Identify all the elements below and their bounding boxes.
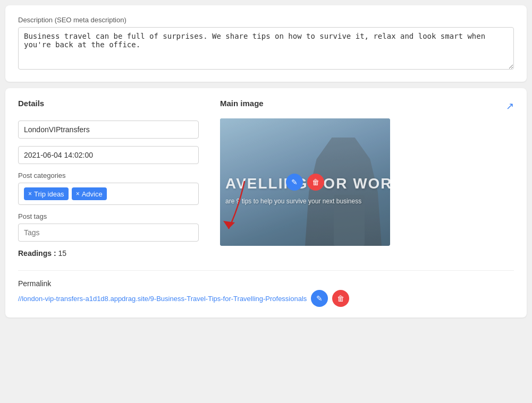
category-tag-label-advice: Advice [82, 190, 103, 198]
tags-input[interactable] [18, 224, 199, 242]
main-image-container: AVELLING FOR WOR are 9 tips to help you … [220, 118, 390, 246]
permalink-link[interactable]: //london-vip-transfers-a1d1d8.appdrag.si… [18, 295, 307, 303]
permalink-row: //london-vip-transfers-a1d1d8.appdrag.si… [18, 290, 514, 307]
category-tag-advice[interactable]: × Advice [72, 187, 107, 200]
permalink-edit-button[interactable]: ✎ [311, 290, 328, 307]
date-input[interactable] [18, 146, 199, 164]
author-input[interactable] [18, 121, 199, 139]
description-label: Description (SEO meta description) [18, 16, 514, 24]
image-sub-text: are 9 tips to help you survive your next… [220, 198, 367, 205]
category-tag-label: Trip ideas [34, 190, 64, 198]
readings-row: Readings : 15 [18, 249, 199, 258]
image-delete-button[interactable]: 🗑 [307, 174, 324, 191]
post-tags-label: Post tags [18, 212, 199, 220]
categories-container[interactable]: × Trip ideas × Advice [18, 183, 199, 205]
permalink-label: Permalink [18, 279, 514, 288]
description-textarea[interactable] [18, 27, 514, 70]
main-image-title: Main image [220, 99, 264, 108]
readings-label: Readings : [18, 249, 56, 258]
details-title: Details [18, 99, 199, 108]
post-categories-label: Post categories [18, 172, 199, 179]
permalink-delete-button[interactable]: 🗑 [332, 290, 349, 307]
readings-value: 15 [58, 249, 66, 258]
remove-trip-ideas-icon[interactable]: × [28, 191, 32, 197]
remove-advice-icon[interactable]: × [76, 191, 80, 197]
open-new-tab-icon[interactable]: ↗ [506, 100, 514, 112]
image-edit-button[interactable]: ✎ [286, 174, 303, 191]
category-tag-trip-ideas[interactable]: × Trip ideas [24, 187, 69, 200]
